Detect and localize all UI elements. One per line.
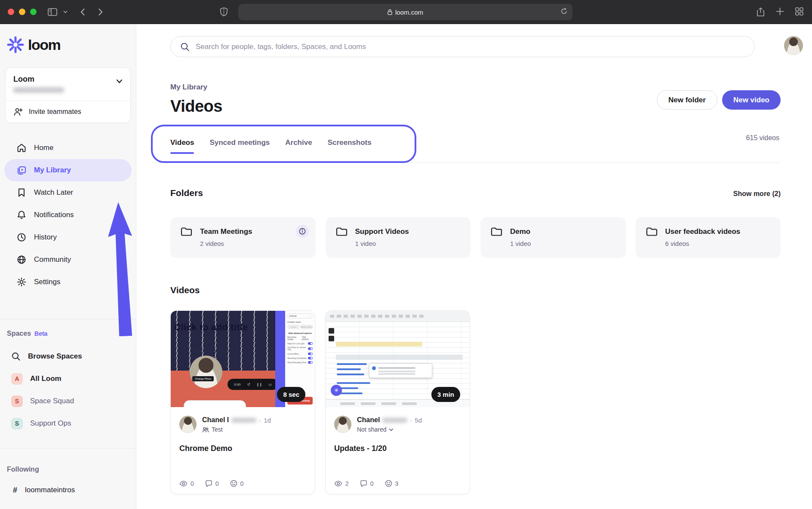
invite-teammates-label: Invite teammates [29, 108, 81, 116]
sidebar-item-loommateintros[interactable]: # loommateintros [0, 479, 136, 501]
minimize-window-button[interactable] [19, 9, 25, 15]
user-avatar[interactable] [784, 36, 803, 55]
tab-archive[interactable]: Archive [285, 138, 312, 156]
folder-card-team-meetings[interactable]: Team Meetings 2 videos [170, 217, 316, 258]
sidebar-item-home[interactable]: Home [4, 137, 132, 159]
thumb-sheet-toolbar [326, 311, 470, 322]
owner-avatar[interactable] [179, 416, 197, 433]
following-section-title: Following [7, 466, 39, 473]
sidebar-nav: Home My Library Watch Later Notification… [0, 137, 136, 293]
sidebar-item-my-library[interactable]: My Library [4, 159, 132, 181]
tab-screenshots[interactable]: Screenshots [328, 138, 372, 156]
divider [0, 448, 136, 448]
workspace-switcher[interactable]: Loom [6, 68, 130, 101]
new-folder-button[interactable]: New folder [657, 90, 717, 110]
meta-dot: · [259, 417, 261, 424]
workspace-name: Loom [13, 75, 123, 84]
folder-card-demo[interactable]: Demo 1 video [480, 217, 626, 258]
folder-icon [491, 227, 502, 237]
tab-synced-meetings[interactable]: Synced meetings [209, 138, 270, 156]
divider [0, 319, 136, 319]
search-input[interactable] [196, 43, 745, 51]
sidebar: loom Loom Invite teammates Home [0, 24, 136, 509]
owner-name[interactable]: Chanel I [202, 416, 229, 424]
share-icon[interactable] [757, 7, 765, 17]
folder-card-user-feedback[interactable]: User feedback videos 6 videos [636, 217, 781, 258]
search-icon [180, 42, 190, 52]
creator-tools-label: Creator tools [287, 321, 313, 323]
tab-group-chevron-icon[interactable] [63, 10, 68, 13]
sidebar-item-notifications[interactable]: Notifications [4, 204, 132, 226]
canvas-chip: Canvas [287, 325, 299, 329]
tab-videos[interactable]: Videos [170, 138, 194, 156]
comments-count: 0 [215, 480, 219, 487]
library-icon [16, 165, 27, 175]
share-status[interactable]: Not shared [357, 426, 386, 433]
add-space-button[interactable]: + [123, 329, 129, 338]
invite-teammates-button[interactable]: Invite teammates [6, 101, 130, 123]
show-more-button[interactable]: Show more (2) [733, 190, 781, 198]
back-button[interactable] [80, 8, 85, 16]
new-tab-icon[interactable] [776, 7, 784, 17]
sidebar-item-label: My Library [34, 166, 71, 175]
reload-icon[interactable] [561, 8, 567, 15]
sidebar-item-browse-spaces[interactable]: Browse Spaces [0, 345, 136, 368]
sidebar-item-label: History [34, 233, 57, 242]
window-controls [8, 9, 37, 15]
spaces-list: Browse Spaces A All Loom S Space Squad S… [0, 345, 136, 435]
toggle-switch [308, 347, 313, 350]
comments-stat: 0 [360, 480, 374, 487]
sidebar-item-support-ops[interactable]: S Support Ops [0, 412, 136, 435]
address-bar[interactable]: loom.com [238, 4, 572, 20]
space-avatar: S [11, 418, 23, 429]
share-status[interactable]: Test [212, 426, 223, 433]
space-label: Space Squad [30, 397, 74, 405]
thumb-recorder-controls: 0:00 ↺ ❙❙ ▭ [228, 379, 278, 390]
space-label: Browse Spaces [28, 352, 82, 361]
folder-info-icon[interactable] [296, 225, 309, 238]
reactions-count: 0 [240, 480, 244, 487]
sidebar-item-all-loom[interactable]: A All Loom [0, 368, 136, 390]
smiley-icon [230, 480, 237, 487]
loom-logo[interactable]: loom [7, 36, 136, 53]
video-thumbnail[interactable]: ✳ 3 min [326, 311, 470, 407]
thumb-toolbar-pill [184, 400, 246, 407]
sidebar-item-community[interactable]: Community [4, 248, 132, 271]
sidebar-item-settings[interactable]: Settings [4, 271, 132, 293]
forward-button[interactable] [98, 8, 103, 16]
video-title[interactable]: Chrome Demo [179, 444, 306, 453]
library-tabs: Videos Synced meetings Archive Screensho… [170, 138, 372, 156]
owner-avatar[interactable] [334, 416, 351, 433]
privacy-shield-icon[interactable] [220, 7, 228, 16]
tab-overview-icon[interactable] [795, 7, 803, 17]
folder-name: Support Videos [355, 227, 409, 236]
sidebar-toggle-icon[interactable] [48, 8, 57, 16]
toggle-switch [308, 361, 313, 364]
owner-name[interactable]: Chanel [357, 416, 380, 424]
toggle-switch [308, 353, 313, 355]
folder-count: 6 videos [665, 240, 741, 247]
folders-grid: Team Meetings 2 videos Support Videos 1 … [170, 217, 781, 258]
toggle-label: Use Photo for Screen Only [287, 346, 308, 351]
sidebar-item-space-squad[interactable]: S Space Squad [0, 390, 136, 412]
folder-card-support-videos[interactable]: Support Videos 1 video [326, 217, 471, 258]
folder-name: User feedback videos [665, 227, 741, 236]
recorder-timer: 0:00 [234, 383, 241, 386]
sidebar-item-label: Watch Later [34, 188, 73, 197]
close-window-button[interactable] [8, 9, 14, 15]
new-video-button[interactable]: New video [722, 90, 781, 110]
video-thumbnail[interactable]: Click to add title Click to add text Cha… [171, 311, 315, 407]
video-card-chrome-demo[interactable]: Click to add title Click to add text Cha… [170, 310, 315, 494]
sidebar-item-history[interactable]: History [4, 226, 132, 248]
sidebar-item-label: Notifications [34, 211, 74, 219]
workspace-subtitle-redacted [13, 87, 64, 93]
video-title[interactable]: Updates - 1/20 [334, 444, 461, 453]
browser-chrome: loom.com [0, 0, 812, 24]
sidebar-item-watch-later[interactable]: Watch Later [4, 181, 132, 204]
toggle-switch [308, 342, 313, 345]
duration-badge: 3 min [431, 387, 460, 402]
global-search[interactable] [170, 36, 755, 57]
zoom-window-button[interactable] [30, 9, 37, 15]
video-card-updates[interactable]: ✳ 3 min Chanel · 5d [325, 310, 470, 494]
toggle-switch [308, 357, 313, 359]
